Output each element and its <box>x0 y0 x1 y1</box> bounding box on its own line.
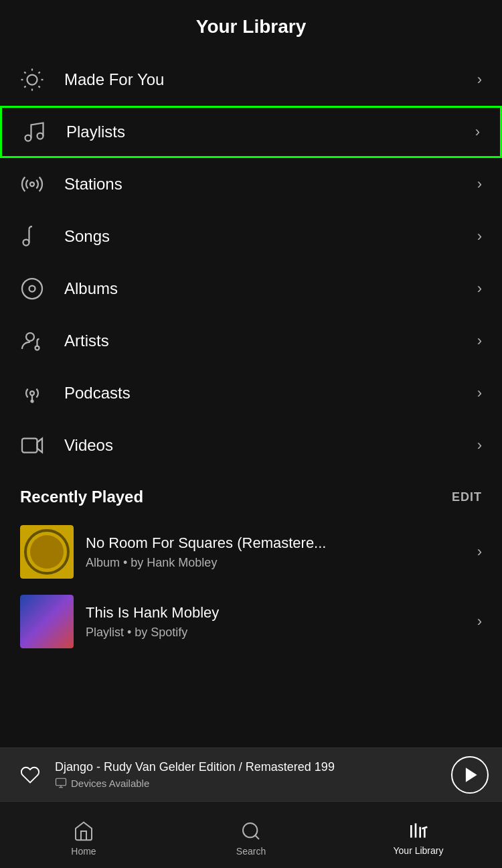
page-header: Your Library <box>0 0 502 54</box>
radio-icon <box>20 172 54 196</box>
svg-point-18 <box>31 401 33 403</box>
svg-line-25 <box>255 835 259 839</box>
video-icon <box>20 433 54 457</box>
svg-point-12 <box>23 240 29 246</box>
nav-item-library[interactable]: Your Library <box>335 814 502 856</box>
play-button[interactable] <box>451 756 489 794</box>
music-icon <box>20 224 54 248</box>
chevron-right-icon: › <box>477 384 482 402</box>
albums-label: Albums <box>54 279 477 298</box>
menu-item-videos[interactable]: Videos › <box>0 419 502 472</box>
svg-point-15 <box>26 333 34 341</box>
disc-icon <box>20 277 54 301</box>
svg-point-24 <box>243 823 257 837</box>
chevron-right-icon: › <box>477 71 482 88</box>
svg-rect-20 <box>22 439 37 453</box>
recently-played-header: Recently Played EDIT <box>0 472 502 517</box>
menu-item-albums[interactable]: Albums › <box>0 263 502 315</box>
library-menu: Made For You › Playlists › Stations › So… <box>0 54 502 472</box>
videos-label: Videos <box>54 436 477 455</box>
menu-item-songs[interactable]: Songs › <box>0 210 502 263</box>
svg-marker-23 <box>466 768 476 782</box>
svg-point-11 <box>30 182 34 186</box>
now-playing-text: Django - Rudy Van Gelder Edition / Remas… <box>47 760 451 789</box>
person-music-icon <box>20 329 54 353</box>
stations-label: Stations <box>54 175 477 194</box>
chevron-right-icon: › <box>475 123 480 141</box>
played-item-subtitle-1: Album • by Hank Mobley <box>86 556 471 570</box>
artists-label: Artists <box>54 332 477 350</box>
edit-button[interactable]: EDIT <box>452 490 482 504</box>
menu-item-podcasts[interactable]: Podcasts › <box>0 367 502 419</box>
svg-line-3 <box>24 72 25 73</box>
played-item-title-2: This Is Hank Mobley <box>86 604 471 622</box>
playlists-label: Playlists <box>56 123 475 141</box>
svg-point-0 <box>27 75 37 85</box>
svg-point-16 <box>35 346 39 350</box>
played-item-2[interactable]: This Is Hank Mobley Playlist • by Spotif… <box>0 587 502 656</box>
now-playing-bar: Django - Rudy Van Gelder Edition / Remas… <box>0 747 502 801</box>
chevron-right-icon: › <box>477 280 482 297</box>
chevron-right-icon: › <box>477 437 482 454</box>
svg-point-9 <box>25 135 31 141</box>
played-item-1[interactable]: No Room For Squares (Remastere... Album … <box>0 517 502 587</box>
chevron-right-icon: › <box>477 613 482 630</box>
menu-item-playlists[interactable]: Playlists › <box>0 106 502 158</box>
search-icon <box>240 820 262 842</box>
search-label: Search <box>236 846 266 857</box>
made-for-you-label: Made For You <box>54 70 477 89</box>
menu-item-stations[interactable]: Stations › <box>0 158 502 210</box>
chevron-right-icon: › <box>477 543 482 561</box>
album-thumb-2 <box>20 595 74 648</box>
sun-icon <box>20 68 54 92</box>
home-label: Home <box>71 846 96 857</box>
played-item-info-1: No Room For Squares (Remastere... Album … <box>86 534 471 570</box>
svg-line-30 <box>422 826 427 828</box>
page-title: Your Library <box>196 16 306 38</box>
bottom-nav: Home Search Your Library <box>0 801 502 868</box>
devices-available: Devices Available <box>55 777 443 789</box>
played-item-subtitle-2: Playlist • by Spotify <box>86 626 471 640</box>
svg-line-7 <box>24 86 25 88</box>
menu-item-artists[interactable]: Artists › <box>0 315 502 367</box>
podcasts-label: Podcasts <box>54 384 477 403</box>
nav-item-home[interactable]: Home <box>0 814 167 857</box>
played-item-title-1: No Room For Squares (Remastere... <box>86 534 471 552</box>
library-icon <box>408 821 429 841</box>
svg-point-17 <box>30 391 34 395</box>
recently-played-title: Recently Played <box>20 488 143 506</box>
svg-point-13 <box>22 279 42 299</box>
chevron-right-icon: › <box>477 228 482 245</box>
svg-point-10 <box>37 133 44 139</box>
album-thumb-1 <box>20 525 74 579</box>
songs-label: Songs <box>54 227 477 246</box>
heart-button[interactable] <box>13 765 47 785</box>
chevron-right-icon: › <box>477 332 482 350</box>
music-note-icon <box>22 120 56 144</box>
svg-line-4 <box>39 86 40 88</box>
menu-item-made-for-you[interactable]: Made For You › <box>0 54 502 106</box>
played-item-info-2: This Is Hank Mobley Playlist • by Spotif… <box>86 604 471 640</box>
svg-line-8 <box>39 72 40 73</box>
home-icon <box>73 820 94 842</box>
chevron-right-icon: › <box>477 175 482 193</box>
nav-item-search[interactable]: Search <box>167 814 335 857</box>
podcast-icon <box>20 381 54 405</box>
svg-point-14 <box>29 286 35 292</box>
now-playing-track: Django - Rudy Van Gelder Edition / Remas… <box>55 760 443 774</box>
svg-rect-22 <box>56 778 66 786</box>
library-label: Your Library <box>394 845 444 856</box>
